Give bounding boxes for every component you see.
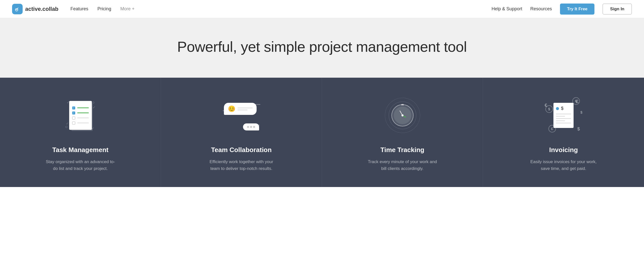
task-line-2 bbox=[77, 113, 89, 113]
deco-dot-2 bbox=[65, 126, 67, 128]
task-paper: ✓ ✓ bbox=[69, 101, 92, 130]
currency-dollar-symbol-2: $ bbox=[580, 110, 582, 114]
time-tracking-icon bbox=[382, 95, 423, 135]
invoicing-icon-area: € $ £ £ € $ $ $ bbox=[493, 93, 634, 138]
time-tracking-desc: Track every minute of your work and bill… bbox=[367, 158, 438, 172]
nav-features[interactable]: Features bbox=[70, 6, 88, 12]
clock-top-notch bbox=[401, 104, 404, 105]
task-checkbox-2: ✓ bbox=[72, 111, 75, 114]
deco-dot-1 bbox=[92, 102, 94, 104]
task-management-icon-area: ✓ ✓ ✓ ✓ ✓ ✓ bbox=[10, 93, 151, 138]
typing-dots bbox=[247, 126, 255, 128]
hero-title: Powerful, yet simple project management … bbox=[12, 38, 632, 55]
bubble-line-1 bbox=[237, 108, 253, 108]
invoice-line-2 bbox=[556, 116, 565, 117]
try-it-free-button[interactable]: Try It Free bbox=[560, 4, 594, 15]
speech-bubble-1: 😊 bbox=[224, 103, 257, 115]
speech-bubble-2 bbox=[243, 123, 259, 130]
task-row-2: ✓ bbox=[72, 111, 89, 114]
task-row-3 bbox=[72, 116, 89, 119]
currency-euro-symbol: € bbox=[545, 103, 547, 108]
task-line-4 bbox=[77, 123, 89, 123]
team-collaboration-icon-area: 😊 bbox=[171, 93, 312, 138]
task-line-3 bbox=[77, 118, 89, 118]
logo-text: active.collab bbox=[25, 6, 58, 12]
invoice-line-4 bbox=[556, 120, 565, 121]
sign-in-button[interactable]: Sign In bbox=[602, 4, 632, 15]
invoice-line-1 bbox=[556, 114, 571, 114]
task-management-title: Task Management bbox=[52, 146, 108, 154]
task-management-icon: ✓ ✓ ✓ ✓ ✓ ✓ bbox=[65, 98, 96, 133]
clock-inner bbox=[394, 107, 411, 124]
feature-time-tracking[interactable]: Time Tracking Track every minute of your… bbox=[322, 78, 483, 187]
bubble-lines bbox=[237, 108, 253, 110]
nav-help-support[interactable]: Help & Support bbox=[492, 6, 522, 12]
invoice-paper: $ bbox=[553, 103, 574, 128]
currency-dollar-symbol: $ bbox=[577, 126, 580, 132]
task-row-4 bbox=[72, 121, 89, 124]
bubble-emoji: 😊 bbox=[228, 105, 235, 112]
team-collaboration-icon: 😊 bbox=[221, 98, 262, 133]
features-section: ✓ ✓ ✓ ✓ ✓ ✓ bbox=[0, 78, 644, 187]
task-management-desc: Stay organized with an advanced to-do li… bbox=[45, 158, 116, 172]
invoice-line-3 bbox=[556, 118, 571, 119]
feature-invoicing[interactable]: € $ £ £ € $ $ $ bbox=[483, 78, 644, 187]
clock-center-dot bbox=[401, 114, 404, 116]
typing-dot-3 bbox=[253, 126, 255, 128]
nav-more[interactable]: More + bbox=[120, 6, 135, 12]
nav-right: Help & Support Resources Try It Free Sig… bbox=[492, 4, 632, 15]
feature-task-management[interactable]: ✓ ✓ ✓ ✓ ✓ ✓ bbox=[0, 78, 161, 187]
task-line-1 bbox=[77, 108, 89, 108]
invoicing-title: Invoicing bbox=[549, 146, 578, 154]
feature-team-collaboration[interactable]: 😊 Team Collaboration Efficiently w bbox=[161, 78, 322, 187]
deco-check-2: ✓ bbox=[93, 105, 96, 109]
bubble-line-2 bbox=[237, 110, 248, 110]
nav-links: Features Pricing More + bbox=[70, 6, 492, 12]
invoice-line-5 bbox=[556, 123, 571, 123]
currency-pound-symbol: £ bbox=[576, 99, 579, 104]
navbar: active.collab Features Pricing More + He… bbox=[0, 0, 644, 18]
invoice-dollar-sign: $ bbox=[561, 106, 564, 111]
task-checkbox-1: ✓ bbox=[72, 106, 75, 109]
invoice-header: $ bbox=[556, 106, 571, 111]
team-collaboration-title: Team Collaboration bbox=[211, 146, 272, 154]
team-collaboration-desc: Efficiently work together with your team… bbox=[206, 158, 277, 172]
task-row-1: ✓ bbox=[72, 106, 89, 109]
task-checkbox-4 bbox=[72, 121, 75, 124]
logo-icon bbox=[12, 4, 23, 14]
invoice-dot bbox=[556, 107, 559, 110]
task-checkbox-3 bbox=[72, 116, 75, 119]
typing-dot-1 bbox=[247, 126, 249, 128]
hero-section: Powerful, yet simple project management … bbox=[0, 18, 644, 78]
nav-pricing[interactable]: Pricing bbox=[97, 6, 111, 12]
clock-face bbox=[391, 104, 414, 126]
nav-resources[interactable]: Resources bbox=[530, 6, 552, 12]
logo-area[interactable]: active.collab bbox=[12, 4, 58, 14]
time-tracking-icon-area bbox=[332, 93, 473, 138]
typing-dot-2 bbox=[250, 126, 252, 128]
deco-check-3: ✓ bbox=[66, 121, 69, 125]
invoicing-icon: € $ £ £ € $ $ $ bbox=[543, 95, 584, 135]
invoicing-desc: Easily issue invoices for your work, sav… bbox=[528, 158, 599, 172]
time-tracking-title: Time Tracking bbox=[380, 146, 424, 154]
